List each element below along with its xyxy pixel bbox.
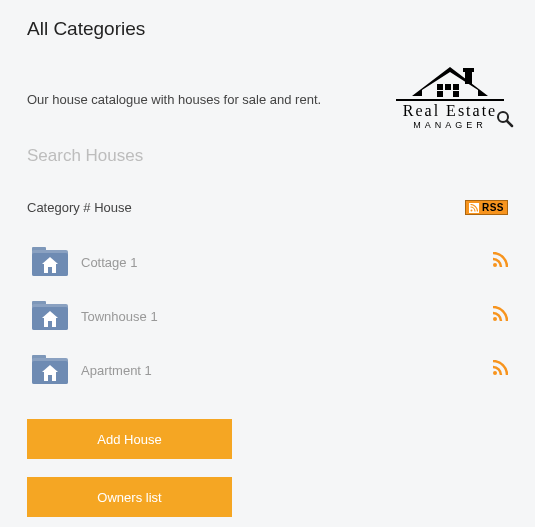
rss-badge-label: RSS bbox=[482, 202, 504, 213]
add-house-button[interactable]: Add House bbox=[27, 419, 232, 459]
svg-rect-1 bbox=[465, 70, 472, 84]
category-list: Cottage 1 Townhouse 1 bbox=[31, 235, 508, 397]
svg-rect-4 bbox=[437, 84, 443, 90]
list-item[interactable]: Apartment 1 bbox=[31, 343, 508, 397]
svg-rect-19 bbox=[48, 267, 52, 273]
svg-point-27 bbox=[493, 317, 497, 321]
svg-rect-2 bbox=[463, 68, 474, 72]
rss-icon[interactable] bbox=[492, 252, 508, 272]
svg-rect-7 bbox=[437, 91, 443, 97]
search-input[interactable] bbox=[27, 140, 508, 172]
svg-point-34 bbox=[493, 371, 497, 375]
folder-house-icon bbox=[31, 351, 69, 389]
rss-icon[interactable] bbox=[492, 306, 508, 326]
owners-list-button[interactable]: Owners list bbox=[27, 477, 232, 517]
rss-icon[interactable] bbox=[492, 360, 508, 380]
folder-house-icon bbox=[31, 243, 69, 281]
svg-rect-5 bbox=[445, 84, 451, 90]
folder-house-icon bbox=[31, 297, 69, 335]
svg-text:MANAGER: MANAGER bbox=[413, 120, 487, 130]
category-name: Apartment bbox=[81, 363, 141, 378]
svg-point-20 bbox=[493, 263, 497, 267]
category-section-label: Category # House bbox=[27, 200, 132, 215]
page-title: All Categories bbox=[27, 18, 508, 40]
list-item[interactable]: Townhouse 1 bbox=[31, 289, 508, 343]
search-icon[interactable] bbox=[496, 110, 514, 132]
svg-rect-26 bbox=[48, 321, 52, 327]
svg-rect-8 bbox=[453, 91, 459, 97]
svg-line-12 bbox=[507, 121, 512, 126]
category-name: Cottage bbox=[81, 255, 127, 270]
svg-marker-0 bbox=[412, 67, 488, 96]
page-subtitle: Our house catalogue with houses for sale… bbox=[27, 92, 321, 107]
svg-rect-33 bbox=[48, 375, 52, 381]
rss-badge[interactable]: RSS bbox=[465, 200, 508, 215]
category-count: 1 bbox=[130, 255, 137, 270]
category-count: 1 bbox=[145, 363, 152, 378]
category-name: Townhouse bbox=[81, 309, 147, 324]
list-item[interactable]: Cottage 1 bbox=[31, 235, 508, 289]
category-count: 1 bbox=[150, 309, 157, 324]
real-estate-manager-logo-icon: Real Estate MANAGER bbox=[393, 64, 508, 132]
svg-rect-6 bbox=[453, 84, 459, 90]
brand-logo: Real Estate MANAGER bbox=[393, 64, 508, 132]
svg-point-13 bbox=[470, 209, 472, 211]
svg-text:Real Estate: Real Estate bbox=[403, 102, 497, 119]
